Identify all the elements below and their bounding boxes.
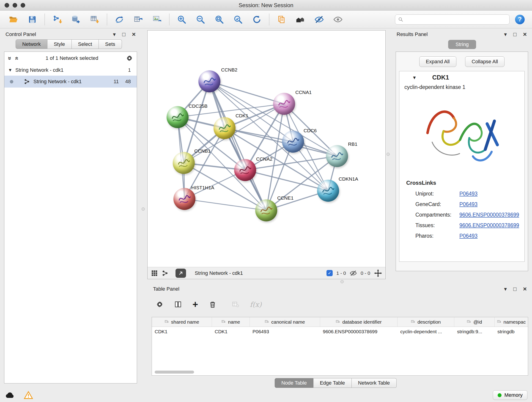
expand-all-icon[interactable]: » — [13, 56, 20, 60]
warnings-button[interactable] — [24, 390, 33, 400]
grid-view-button[interactable] — [151, 269, 158, 277]
network-row-selected[interactable]: String Network - cdk1 11 48 — [4, 76, 137, 88]
results-panel-menu-icon[interactable]: ▾ — [504, 32, 507, 37]
table-panel-menu-icon[interactable]: ▾ — [504, 286, 507, 292]
collection-label: String Network - cdk1 — [15, 67, 128, 73]
tab-node-table[interactable]: Node Table — [275, 378, 313, 388]
export-network-button[interactable] — [133, 13, 144, 26]
minimize-window-button[interactable] — [13, 3, 17, 7]
network-edge[interactable] — [209, 81, 284, 104]
pan-mode-button[interactable] — [374, 269, 382, 277]
search-box[interactable] — [395, 14, 510, 25]
delete-table-button[interactable] — [232, 300, 239, 308]
tab-select[interactable]: Select — [72, 39, 99, 49]
open-session-button[interactable] — [8, 13, 19, 26]
sort-icon — [265, 320, 269, 324]
network-node-cdk1[interactable] — [214, 117, 235, 139]
tab-network[interactable]: Network — [16, 39, 47, 49]
column-header[interactable]: database identifier — [320, 317, 398, 327]
zoom-fit-button[interactable] — [214, 13, 225, 26]
table-options-button[interactable] — [156, 300, 164, 308]
save-session-button[interactable] — [27, 13, 38, 26]
show-hidden-button[interactable] — [332, 13, 344, 26]
search-input[interactable] — [406, 17, 507, 22]
string-tab[interactable]: String — [448, 40, 476, 49]
table-row[interactable]: CDK1 CDK1 P06493 9606.ENSP00000378699 cy… — [152, 327, 528, 337]
crosslink-tissues-link[interactable]: 9606.ENSP00000378699 — [459, 222, 519, 229]
column-header[interactable]: shared name — [152, 317, 212, 327]
tab-style[interactable]: Style — [47, 39, 72, 49]
network-collection-row[interactable]: ▼ String Network - cdk1 1 — [4, 65, 137, 76]
network-node-cdc25b[interactable] — [167, 106, 189, 128]
network-node-ccna2[interactable] — [234, 159, 256, 181]
refresh-button[interactable] — [251, 13, 263, 26]
hidden-indicator — [350, 269, 357, 277]
selected-checkbox[interactable]: ✓ — [326, 270, 333, 276]
network-edge[interactable] — [184, 199, 266, 211]
tab-edge-table[interactable]: Edge Table — [313, 378, 352, 388]
left-splitter-handle[interactable] — [142, 207, 145, 211]
network-node-ccne1[interactable] — [255, 199, 277, 221]
control-panel-menu-icon[interactable]: ▾ — [113, 32, 116, 37]
import-network-from-database-button[interactable] — [70, 13, 82, 26]
tab-sets[interactable]: Sets — [99, 39, 122, 49]
delete-column-button[interactable] — [209, 300, 216, 308]
node-label-ccnb2: CCNB2 — [221, 67, 237, 73]
table-panel-close-icon[interactable]: × — [523, 286, 527, 292]
export-image-button[interactable] — [151, 13, 163, 26]
add-column-button[interactable]: + — [192, 300, 198, 309]
network-node-ccnb1[interactable] — [173, 152, 195, 174]
column-header[interactable]: description — [398, 317, 454, 327]
network-options-button[interactable] — [126, 55, 133, 62]
function-builder-button[interactable]: f(x) — [250, 300, 262, 308]
network-overview-button[interactable] — [162, 270, 169, 277]
column-header[interactable]: name — [212, 317, 250, 327]
table-panel-float-icon[interactable]: □ — [513, 286, 517, 292]
collapse-all-button[interactable]: Collapse All — [465, 56, 505, 67]
gene-header[interactable]: ▾ CDK1 — [399, 71, 525, 84]
import-table-button[interactable] — [89, 13, 100, 26]
gene-collapse-icon[interactable]: ▾ — [413, 75, 416, 81]
tab-network-table[interactable]: Network Table — [352, 378, 397, 388]
network-node-cdkn1a[interactable] — [317, 180, 339, 202]
collapse-all-icon[interactable]: » — [6, 56, 13, 60]
network-node-ccnb2[interactable] — [198, 70, 220, 92]
results-panel-float-icon[interactable]: □ — [513, 32, 517, 37]
crosslink-uniprot-link[interactable]: P06493 — [459, 191, 477, 197]
crosslink-compartments-link[interactable]: 9606.ENSP00000378699 — [459, 212, 519, 218]
network-canvas[interactable]: CCNB2CCNA1CDC25BCDK1CDC6RB1CCNB1CCNA2CDK… — [147, 31, 385, 267]
network-node-ccna1[interactable] — [273, 93, 295, 115]
column-header[interactable]: canonical name — [250, 317, 320, 327]
hide-selected-button[interactable] — [313, 13, 325, 26]
column-header[interactable]: namespac — [495, 317, 528, 327]
horizontal-scrollbar[interactable] — [155, 370, 194, 374]
right-splitter-handle[interactable] — [386, 153, 390, 156]
copy-button[interactable] — [276, 13, 287, 26]
show-columns-button[interactable] — [174, 300, 182, 308]
control-panel-close-icon[interactable]: × — [132, 31, 136, 38]
detach-view-button[interactable] — [176, 269, 186, 278]
crosslink-pharos-link[interactable]: P06493 — [459, 233, 477, 239]
network-edge[interactable] — [209, 81, 266, 211]
results-panel-close-icon[interactable]: × — [523, 31, 527, 38]
bottom-splitter-handle[interactable] — [341, 280, 344, 283]
new-network-button[interactable] — [114, 13, 125, 26]
close-window-button[interactable] — [5, 3, 9, 7]
expand-all-button[interactable]: Expand All — [419, 56, 456, 67]
control-panel-float-icon[interactable]: □ — [122, 32, 126, 37]
memory-button[interactable]: Memory — [493, 390, 527, 400]
network-node-rb1[interactable] — [326, 145, 348, 167]
zoom-out-button[interactable] — [195, 13, 206, 26]
zoom-window-button[interactable] — [21, 3, 25, 7]
zoom-selected-button[interactable] — [232, 13, 244, 26]
cloud-status-button[interactable] — [5, 391, 15, 399]
column-header[interactable]: @id — [454, 317, 495, 327]
help-button[interactable]: ? — [515, 15, 525, 24]
collection-expander-icon[interactable]: ▼ — [8, 68, 15, 73]
network-node-hist1h1a[interactable] — [173, 188, 196, 210]
zoom-in-button[interactable] — [176, 13, 187, 26]
crosslink-genecard-link[interactable]: P06493 — [459, 201, 477, 207]
import-network-from-file-button[interactable] — [51, 13, 63, 26]
home-button[interactable] — [295, 13, 306, 26]
network-node-cdc6[interactable] — [282, 131, 304, 153]
